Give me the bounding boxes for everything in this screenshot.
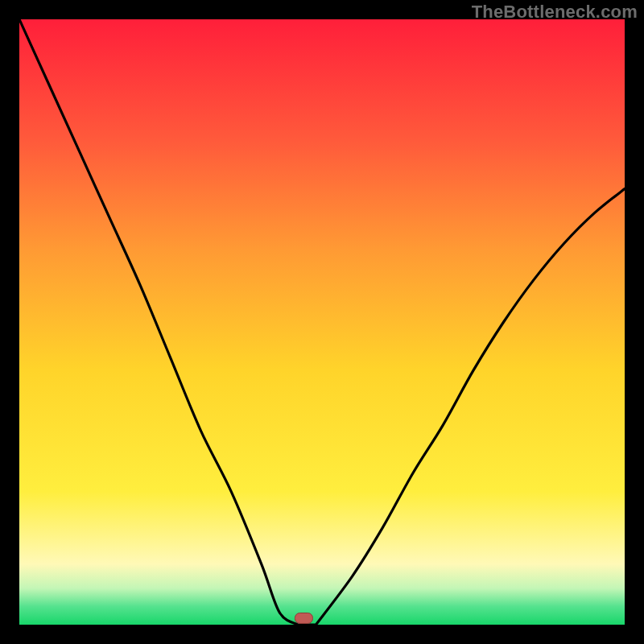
optimal-point-marker [295, 613, 312, 623]
bottleneck-curve-chart [19, 19, 625, 625]
outer-frame: TheBottleneck.com [0, 0, 644, 644]
plot-area [19, 19, 625, 625]
gradient-background [19, 19, 625, 625]
